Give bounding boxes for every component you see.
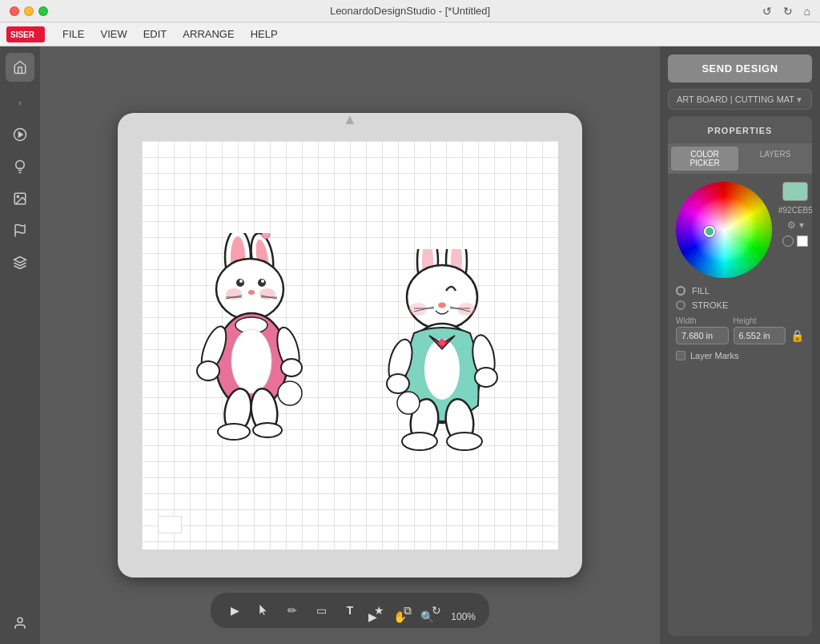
stroke-row: STROKE xyxy=(676,300,804,310)
properties-panel: PROPERTIES COLOR PICKER LAYERS #92CEB5 xyxy=(668,116,812,636)
tool-pointer[interactable] xyxy=(252,599,275,622)
left-sidebar: › xyxy=(0,46,40,644)
design-content xyxy=(178,233,522,473)
tab-layers[interactable]: LAYERS xyxy=(742,147,809,171)
zoom-level[interactable]: 100% xyxy=(443,608,484,626)
width-label: Width xyxy=(676,316,729,325)
tool-rect[interactable]: ▭ xyxy=(310,599,332,622)
canvas-content xyxy=(142,141,558,549)
titlebar-controls: ↺ ↻ ⌂ xyxy=(762,5,810,18)
view-tools: ▶ ✋ 🔍 100% xyxy=(361,606,484,628)
window-buttons xyxy=(10,6,48,16)
layer-marks-label: Layer Marks xyxy=(690,351,739,360)
send-design-button[interactable]: SEND DESIGN xyxy=(668,54,812,83)
artboard-selector-text: ART BOARD | CUTTING MAT xyxy=(677,95,794,104)
tool-text[interactable]: T xyxy=(339,599,361,622)
svg-marker-3 xyxy=(19,132,23,137)
svg-point-31 xyxy=(197,361,219,380)
svg-point-13 xyxy=(216,259,283,320)
bunny-right xyxy=(362,249,522,473)
svg-point-8 xyxy=(18,618,22,622)
redo-icon[interactable]: ↻ xyxy=(783,5,793,18)
dropdown-arrow-icon: ▼ xyxy=(795,95,803,104)
color-indicator[interactable] xyxy=(704,226,715,237)
width-group: Width xyxy=(676,316,729,344)
palette-icon[interactable] xyxy=(782,235,794,247)
svg-point-60 xyxy=(402,433,437,450)
menu-help[interactable]: HELP xyxy=(244,26,284,42)
home-icon[interactable]: ⌂ xyxy=(804,5,810,18)
canvas-area: ▲ xyxy=(40,46,660,644)
minimize-button[interactable] xyxy=(24,6,34,16)
svg-point-16 xyxy=(239,280,243,283)
stroke-label: STROKE xyxy=(692,300,728,310)
svg-point-5 xyxy=(17,195,18,197)
color-wheel[interactable] xyxy=(676,182,772,278)
fill-row: FILL xyxy=(676,286,804,296)
color-settings-icon[interactable]: ⚙ ▾ xyxy=(787,219,803,231)
fill-label: FILL xyxy=(692,286,709,296)
color-picker-section: #92CEB5 ⚙ ▾ xyxy=(668,174,812,286)
sidebar-lightbulb[interactable] xyxy=(6,152,34,181)
svg-point-62 xyxy=(397,392,420,414)
app-title: LeonardoDesignStudio - [*Untitled] xyxy=(330,5,490,17)
dimensions-section: Width Height 🔒 xyxy=(668,316,812,351)
artboard-selector[interactable]: ART BOARD | CUTTING MAT ▼ xyxy=(668,89,812,110)
bunny-left xyxy=(178,233,338,473)
tool-select[interactable]: ▶ xyxy=(223,599,246,622)
svg-text:SISER: SISER xyxy=(10,30,35,39)
menu-arrange[interactable]: ARRANGE xyxy=(176,26,240,42)
sidebar-play[interactable] xyxy=(6,120,34,149)
right-panel: SEND DESIGN ART BOARD | CUTTING MAT ▼ PR… xyxy=(660,46,820,644)
siser-logo: SISER xyxy=(6,26,45,42)
close-button[interactable] xyxy=(10,6,19,16)
svg-point-56 xyxy=(387,374,409,393)
svg-point-44 xyxy=(438,303,446,308)
artboard[interactable]: ▲ xyxy=(118,113,582,578)
cursor-tool[interactable]: ▶ xyxy=(361,606,384,628)
menu-edit[interactable]: EDIT xyxy=(137,26,174,42)
menubar: SISER FILE VIEW EDIT ARRANGE HELP xyxy=(0,22,820,46)
svg-point-35 xyxy=(218,424,250,440)
height-label: Height xyxy=(734,316,786,325)
maximize-button[interactable] xyxy=(38,6,48,16)
dimensions-row: Width Height 🔒 xyxy=(676,316,804,344)
tool-pen[interactable]: ✏ xyxy=(281,599,303,622)
menu-view[interactable]: VIEW xyxy=(94,26,133,42)
sidebar-collapse-toggle[interactable]: › xyxy=(14,88,26,117)
tab-color-picker[interactable]: COLOR PICKER xyxy=(671,147,738,171)
height-group: Height xyxy=(734,316,786,344)
properties-tabs: COLOR PICKER LAYERS xyxy=(668,143,812,174)
fill-stroke-section: FILL STROKE xyxy=(668,286,812,316)
artboard-marker xyxy=(158,516,182,533)
sidebar-flag[interactable] xyxy=(6,216,34,245)
color-hex-value: #92CEB5 xyxy=(778,206,812,215)
svg-marker-7 xyxy=(14,257,26,264)
sidebar-image[interactable] xyxy=(6,184,34,213)
undo-icon[interactable]: ↺ xyxy=(762,5,772,18)
color-swatch[interactable] xyxy=(782,182,808,201)
svg-point-18 xyxy=(248,290,255,295)
white-swatch[interactable] xyxy=(797,235,808,247)
hand-tool[interactable]: ✋ xyxy=(388,606,411,628)
titlebar: LeonardoDesignStudio - [*Untitled] ↺ ↻ ⌂ xyxy=(0,0,820,22)
artboard-arrow: ▲ xyxy=(343,111,357,128)
layer-marks-row: Layer Marks xyxy=(668,351,812,367)
svg-point-38 xyxy=(262,233,270,239)
svg-point-61 xyxy=(447,433,482,450)
height-input[interactable] xyxy=(734,327,786,344)
zoom-tool[interactable]: 🔍 xyxy=(416,606,438,628)
sidebar-layers[interactable] xyxy=(6,248,34,277)
sidebar-person[interactable] xyxy=(6,609,34,638)
svg-point-43 xyxy=(407,265,477,329)
svg-point-37 xyxy=(278,381,302,405)
svg-point-57 xyxy=(475,368,497,387)
sidebar-home[interactable] xyxy=(6,53,34,82)
layer-marks-checkbox[interactable] xyxy=(676,351,685,360)
width-input[interactable] xyxy=(676,327,729,344)
menu-file[interactable]: FILE xyxy=(56,26,90,42)
fill-radio[interactable] xyxy=(676,286,685,296)
canvas-grid[interactable] xyxy=(142,141,558,549)
stroke-radio[interactable] xyxy=(676,300,685,310)
lock-icon[interactable]: 🔒 xyxy=(790,329,804,342)
